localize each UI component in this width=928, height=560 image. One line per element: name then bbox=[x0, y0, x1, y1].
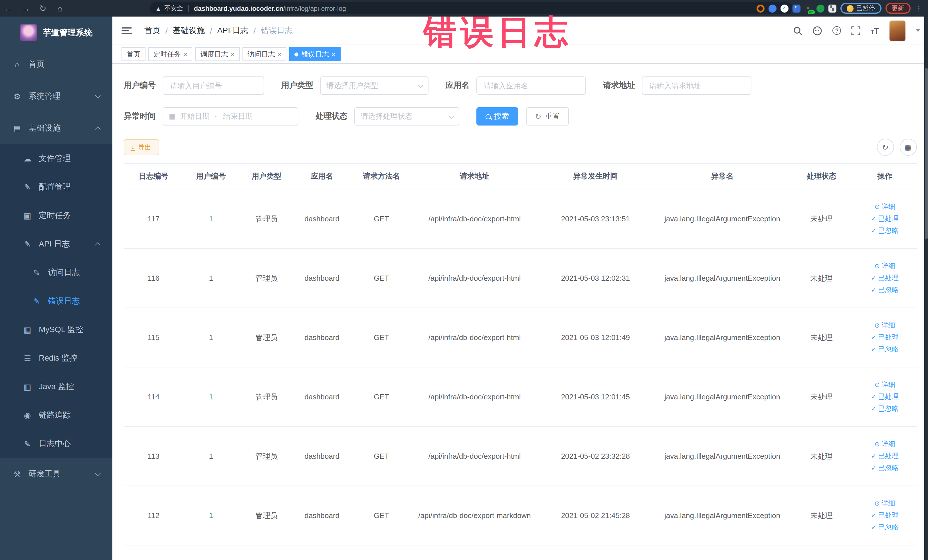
close-icon[interactable]: × bbox=[184, 51, 188, 58]
cell-log-id: 114 bbox=[124, 367, 183, 426]
check-icon bbox=[871, 215, 876, 222]
processed-link[interactable]: 已处理 bbox=[856, 213, 914, 225]
ignored-link[interactable]: 已忽略 bbox=[856, 284, 914, 296]
sidebar-item-java-monitor[interactable]: Java 监控 bbox=[0, 372, 112, 401]
fullscreen-icon[interactable] bbox=[852, 26, 861, 35]
github-icon[interactable] bbox=[813, 26, 823, 35]
search-button[interactable]: 搜索 bbox=[476, 107, 518, 125]
sidebar-item-redis-monitor[interactable]: Redis 监控 bbox=[0, 344, 112, 372]
forward-icon[interactable]: → bbox=[17, 3, 34, 13]
detail-link[interactable]: 详细 bbox=[856, 201, 914, 213]
update-pill[interactable]: 更新 bbox=[885, 3, 910, 14]
sidebar-item-api-logs[interactable]: API 日志 bbox=[0, 230, 112, 258]
sidebar-item-mysql-monitor[interactable]: MySQL 监控 bbox=[0, 316, 112, 344]
page-scrollbar[interactable] bbox=[924, 17, 928, 560]
user-type-select[interactable]: 请选择用户类型 bbox=[320, 76, 429, 95]
sidebar-item-dev-tools[interactable]: 研发工具 bbox=[0, 458, 112, 490]
extension-icon-switch[interactable]: ≡on bbox=[804, 4, 812, 12]
processed-link[interactable]: 已处理 bbox=[856, 510, 914, 522]
sidebar-item-home[interactable]: 首页 bbox=[0, 49, 112, 81]
close-icon[interactable]: × bbox=[278, 51, 282, 58]
log-icon bbox=[23, 439, 32, 449]
detail-link[interactable]: 详细 bbox=[856, 260, 914, 272]
sidebar-item-access-log[interactable]: 访问日志 bbox=[0, 258, 112, 287]
close-icon[interactable]: × bbox=[231, 51, 235, 58]
tag-error-log[interactable]: 错误日志 × bbox=[290, 47, 340, 61]
extension-icon-blue-drop[interactable] bbox=[768, 4, 776, 12]
extension-icon-green-check[interactable]: ✓ bbox=[780, 4, 788, 12]
home-icon[interactable]: ⌂ bbox=[51, 3, 69, 13]
processed-link[interactable]: 已处理 bbox=[856, 450, 914, 462]
cell-actions: 详细 已处理 已忽略 bbox=[853, 426, 917, 486]
sidebar-item-error-log[interactable]: 错误日志 bbox=[0, 287, 112, 316]
paused-pill[interactable]: 已暂停 bbox=[840, 3, 881, 14]
sidebar-item-infrastructure[interactable]: 基础设施 bbox=[0, 112, 112, 144]
ignored-link[interactable]: 已忽略 bbox=[856, 462, 914, 474]
ignored-link[interactable]: 已忽略 bbox=[856, 522, 914, 534]
breadcrumb-api-logs[interactable]: API 日志 bbox=[217, 25, 249, 36]
app-name-input[interactable] bbox=[476, 76, 586, 95]
request-url-input[interactable] bbox=[642, 76, 751, 95]
security-label[interactable]: 不安全 bbox=[164, 4, 183, 12]
app-logo[interactable]: 芋道管理系统 bbox=[0, 17, 112, 49]
reset-button[interactable]: ↻ 重置 bbox=[526, 107, 569, 125]
hamburger-icon[interactable] bbox=[122, 25, 132, 36]
close-icon[interactable]: × bbox=[332, 51, 336, 58]
tag-scheduled-tasks[interactable]: 定时任务 × bbox=[148, 47, 192, 61]
font-size-icon[interactable]: TT bbox=[871, 26, 879, 35]
detail-link[interactable]: 详细 bbox=[856, 497, 914, 510]
url-host[interactable]: dashboard.yudao.iocoder.cn bbox=[194, 5, 283, 12]
breadcrumb-infrastructure[interactable]: 基础设施 bbox=[173, 25, 205, 36]
column-settings-button[interactable]: ▦ bbox=[899, 139, 917, 156]
tag-access-log[interactable]: 访问日志 × bbox=[243, 47, 287, 61]
sidebar-item-system-management[interactable]: 系统管理 bbox=[0, 81, 112, 112]
sidebar-item-scheduled-tasks[interactable]: 定时任务 bbox=[0, 201, 112, 230]
upload-cloud-icon bbox=[23, 154, 32, 163]
help-icon[interactable]: ? bbox=[833, 26, 841, 35]
extensions-puzzle-icon[interactable]: ▚ bbox=[828, 4, 836, 12]
extension-icon-leaf[interactable] bbox=[816, 4, 824, 12]
url-bar[interactable]: ▲ 不安全 dashboard.yudao.iocoder.cn /infra/… bbox=[150, 2, 793, 14]
back-icon[interactable]: ← bbox=[0, 3, 17, 13]
detail-link[interactable]: 详细 bbox=[856, 379, 914, 391]
refresh-circle-button[interactable]: ↻ bbox=[877, 139, 894, 156]
process-status-select[interactable]: 请选择处理状态 bbox=[354, 107, 459, 125]
user-id-input[interactable] bbox=[163, 76, 264, 95]
view-icon bbox=[875, 500, 880, 507]
cell-app-name: dashboard bbox=[294, 308, 350, 367]
ignored-link[interactable]: 已忽略 bbox=[856, 225, 914, 237]
browser-menu-icon[interactable]: ⋮ bbox=[916, 4, 922, 12]
sidebar-item-log-center[interactable]: 日志中心 bbox=[0, 430, 112, 458]
sidebar-item-label: 文件管理 bbox=[39, 154, 71, 164]
breadcrumb-home[interactable]: 首页 bbox=[144, 25, 160, 36]
sidebar-item-config-management[interactable]: 配置管理 bbox=[0, 173, 112, 201]
ignored-link[interactable]: 已忽略 bbox=[856, 343, 914, 356]
processed-link[interactable]: 已处理 bbox=[856, 331, 914, 343]
sidebar-item-label: 首页 bbox=[29, 60, 44, 70]
cell-process-status: 未处理 bbox=[790, 367, 853, 426]
processed-link[interactable]: 已处理 bbox=[856, 272, 914, 284]
tag-home[interactable]: 首页 bbox=[122, 47, 145, 61]
reload-icon[interactable]: ↻ bbox=[34, 3, 51, 14]
table-row: 117 1 管理员 dashboard GET /api/infra/db-do… bbox=[124, 189, 917, 249]
tag-dispatch-log[interactable]: 调度日志 × bbox=[195, 47, 240, 61]
url-path[interactable]: /infra/log/api-error-log bbox=[283, 5, 346, 12]
cell-app-name: dashboard bbox=[294, 367, 350, 426]
ignored-link[interactable]: 已忽略 bbox=[856, 403, 914, 415]
sidebar-item-link-tracing[interactable]: 链路追踪 bbox=[0, 401, 112, 430]
avatar-caret-icon[interactable] bbox=[916, 29, 920, 32]
cell-log-id: 113 bbox=[124, 426, 183, 486]
detail-link[interactable]: 详细 bbox=[856, 319, 914, 331]
export-button[interactable]: ↓ 导出 bbox=[124, 139, 159, 155]
exception-time-range-picker[interactable]: ▦ 开始日期 ~ 结束日期 bbox=[163, 107, 298, 125]
extension-icon-grid[interactable]: ⠿ bbox=[792, 4, 800, 12]
user-avatar[interactable] bbox=[889, 20, 905, 41]
processed-link[interactable]: 已处理 bbox=[856, 391, 914, 403]
search-icon[interactable] bbox=[793, 26, 803, 35]
sidebar-item-file-management[interactable]: 文件管理 bbox=[0, 144, 112, 173]
sidebar-item-label: 配置管理 bbox=[39, 182, 71, 192]
check-icon bbox=[871, 464, 876, 471]
extension-icon-orange[interactable] bbox=[756, 4, 764, 12]
scrollbar-thumb[interactable] bbox=[925, 68, 927, 239]
detail-link[interactable]: 详细 bbox=[856, 438, 914, 450]
